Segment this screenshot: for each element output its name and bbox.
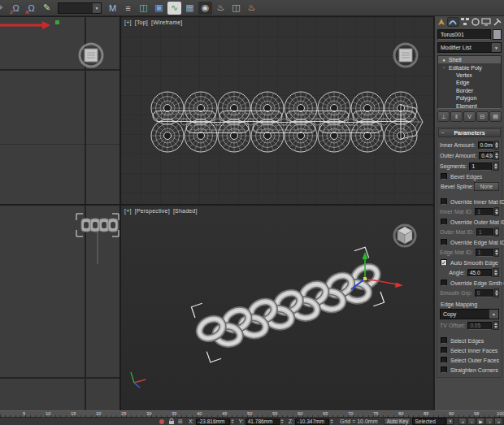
outer-mat-id-field[interactable]: 1 <box>476 228 493 236</box>
viewcube[interactable] <box>390 40 421 71</box>
play-button[interactable]: ▶ <box>476 418 484 425</box>
scene-explorer-icon[interactable]: ◫ <box>137 2 150 15</box>
rollout-header[interactable]: − Parameters <box>438 128 501 137</box>
stack-item-element[interactable]: Element <box>438 102 501 109</box>
curve-editor-icon[interactable]: ∿ <box>167 2 181 15</box>
straighten-corners-checkbox[interactable] <box>441 366 447 373</box>
layer-explorer-icon[interactable]: ▣ <box>152 2 166 15</box>
modifier-list-dropdown[interactable]: Modifier List ▼ <box>437 42 502 53</box>
viewcube[interactable] <box>389 220 420 251</box>
x-coordinate-field[interactable]: -23.816mm <box>196 418 230 425</box>
align-icon[interactable]: ≡ <box>121 2 135 15</box>
edge-mat-id-field[interactable]: 1 <box>476 249 493 257</box>
chevron-down-icon[interactable]: ▼ <box>491 43 501 52</box>
angle-field[interactable]: 45.0 <box>467 269 492 277</box>
configure-modifier-sets-button[interactable]: ▤ <box>489 111 502 122</box>
x-coordinate-spinner[interactable] <box>231 418 235 425</box>
chevron-down-icon[interactable]: ▼ <box>446 418 454 425</box>
select-edges-checkbox[interactable] <box>441 337 447 344</box>
stack-item-polygon[interactable]: Polygon <box>438 94 501 102</box>
outer-amount-field[interactable]: 0.43mm <box>479 152 493 160</box>
stack-item-editable-poly[interactable]: ▫Editable Poly <box>438 63 501 71</box>
bevel-edges-checkbox[interactable] <box>441 173 447 180</box>
copy-dropdown[interactable]: Copy▼ <box>440 309 499 319</box>
move-gizmo-x-axis[interactable] <box>0 20 59 29</box>
z-coordinate-spinner[interactable] <box>330 418 334 425</box>
tab-display[interactable] <box>481 17 491 27</box>
remove-modifier-button[interactable]: ⊟ <box>476 111 489 122</box>
render-setup-icon[interactable]: ♨ <box>214 2 228 15</box>
z-coordinate-field[interactable]: -10.347mm <box>295 418 329 425</box>
named-selection-set-dropdown[interactable]: ▼ <box>58 2 102 14</box>
viewport-menu-pov[interactable]: [Perspective] <box>135 208 170 214</box>
snap-partial-icon[interactable]: ⌖ <box>0 2 7 15</box>
outer-amount-spinner[interactable] <box>494 151 499 160</box>
object-name-field[interactable]: Torus001 <box>437 29 491 40</box>
chain-object-side[interactable] <box>81 219 118 264</box>
rendered-frame-window-icon[interactable]: ◫ <box>229 2 243 15</box>
override-outer-mat-id-checkbox[interactable] <box>441 219 447 225</box>
segments-spinner[interactable] <box>493 162 499 171</box>
previous-frame-button[interactable]: ‹ <box>467 418 476 425</box>
viewport-left-bottom[interactable] <box>0 206 119 410</box>
chevron-down-icon[interactable]: ▼ <box>92 3 101 13</box>
override-edge-mat-id-checkbox[interactable] <box>441 239 447 245</box>
viewport-perspective[interactable]: [+] [Perspective] [Shaded] <box>121 206 433 410</box>
stack-item-edge[interactable]: Edge <box>438 79 501 86</box>
next-frame-button[interactable]: › <box>485 418 493 425</box>
viewcube[interactable] <box>76 41 106 70</box>
schematic-view-icon[interactable]: ▦ <box>183 2 197 15</box>
make-unique-button[interactable]: V <box>463 111 476 122</box>
angle-spinner[interactable] <box>493 268 499 277</box>
viewport-menu-shading[interactable]: [Shaded] <box>173 208 198 214</box>
select-inner-faces-checkbox[interactable] <box>441 347 447 353</box>
tv-offset-spinner[interactable] <box>493 321 499 330</box>
tab-motion[interactable] <box>471 17 480 27</box>
inner-mat-id-spinner[interactable] <box>494 207 499 216</box>
viewport-menu-general[interactable]: [+] <box>124 20 132 25</box>
segments-field[interactable]: 1 <box>469 163 492 171</box>
stack-item-border[interactable]: Border <box>438 87 501 94</box>
chain-object[interactable] <box>196 263 380 345</box>
select-outer-faces-checkbox[interactable] <box>441 357 447 363</box>
mirror-icon[interactable]: M <box>106 2 119 15</box>
override-inner-mat-id-checkbox[interactable] <box>441 198 447 205</box>
tab-modify[interactable] <box>447 17 458 27</box>
bulb-icon[interactable]: ● <box>441 58 447 63</box>
go-to-start-button[interactable]: « <box>458 418 467 425</box>
viewport-menu-shading[interactable]: [Wireframe] <box>151 20 182 25</box>
viewport-left-top[interactable] <box>0 17 119 204</box>
tv-offset-field[interactable]: 0.05 <box>467 322 492 330</box>
isolate-selection-icon[interactable] <box>159 419 164 424</box>
chevron-down-icon[interactable]: ▼ <box>489 310 498 319</box>
auto-smooth-edge-checkbox[interactable]: ✓ <box>441 259 447 266</box>
inner-amount-field[interactable]: 0.0mm <box>478 141 493 150</box>
set-key-target-dropdown[interactable]: Selected <box>412 418 446 425</box>
inner-mat-id-field[interactable]: 1 <box>475 208 493 216</box>
smooth-grp-spinner[interactable] <box>494 288 499 297</box>
tab-hierarchy[interactable] <box>460 17 470 27</box>
selection-lock-icon[interactable] <box>168 418 175 425</box>
stack-item-shell[interactable]: ●Shell <box>438 56 501 63</box>
viewport-top[interactable]: [+] [Top] [Wireframe] <box>121 17 433 204</box>
viewport-menu-general[interactable]: [+] <box>124 208 132 214</box>
stack-item-vertex[interactable]: Vertex <box>438 72 501 79</box>
tab-utilities[interactable] <box>493 17 502 27</box>
outer-mat-id-spinner[interactable] <box>494 228 499 236</box>
snaps-toggle-icon[interactable]: Ω3 <box>9 2 23 15</box>
y-coordinate-spinner[interactable] <box>280 418 285 425</box>
override-edge-smth-grp-checkbox[interactable] <box>441 280 447 286</box>
transform-gizmo-icon[interactable]: ⊞ <box>178 418 183 425</box>
bevel-spline-button[interactable]: None <box>474 182 499 191</box>
chain-wireframe[interactable] <box>151 92 423 152</box>
y-coordinate-field[interactable]: 41.786mm <box>245 418 280 425</box>
material-editor-icon[interactable]: ◉ <box>198 2 212 15</box>
inner-amount-spinner[interactable] <box>494 141 499 150</box>
render-production-icon[interactable]: ♨ <box>245 2 259 15</box>
angle-snap-icon[interactable]: ΩA <box>24 2 38 15</box>
object-color-swatch[interactable] <box>493 29 502 40</box>
tab-create[interactable] <box>437 17 446 27</box>
viewport-menu-pov[interactable]: [Top] <box>135 20 148 25</box>
show-end-result-button[interactable]: ‖ <box>450 111 463 122</box>
smooth-grp-field[interactable]: 0 <box>475 289 493 297</box>
